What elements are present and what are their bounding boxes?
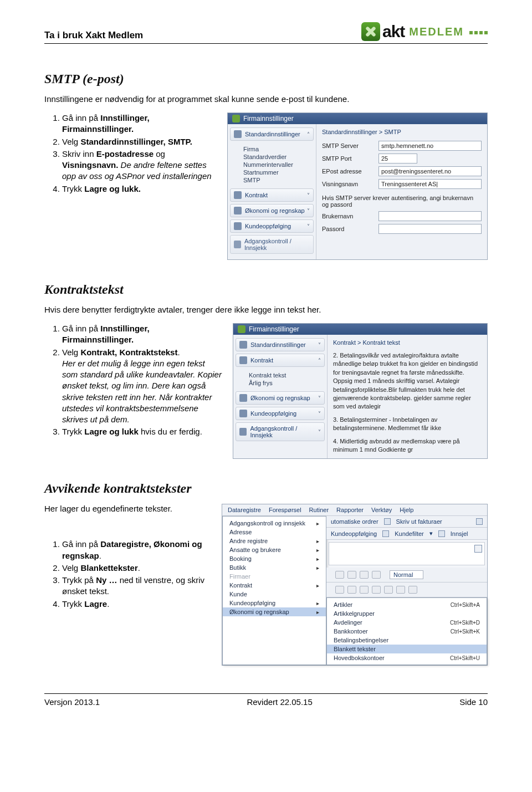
nav-kontrakt-tekst[interactable]: Kontrakt tekst (249, 371, 319, 379)
screenshot-menu: Dataregistre Forespørsel Rutiner Rapport… (222, 504, 488, 666)
mi-andre-registre[interactable]: Andre registre▸ (223, 536, 326, 545)
settings-nav: Standardinnstillinger ˄ Firma Standardve… (228, 124, 316, 259)
style-combo[interactable]: Normal (390, 570, 423, 579)
tb-innsjel[interactable]: Innsjel (451, 530, 468, 537)
print-icon (384, 518, 391, 525)
step-1: Gå inn på Dataregistre, Økonomi og regns… (62, 539, 211, 561)
mi-okonomi[interactable]: Økonomi og regnskap▸ (223, 607, 326, 616)
checkbox[interactable] (474, 545, 482, 553)
smi-artikler[interactable]: ArtiklerCtrl+Skift+A (327, 600, 487, 609)
filter-icon (382, 530, 389, 537)
mi-ansatte[interactable]: Ansatte og brukere▸ (223, 545, 326, 554)
mi-adgangskontroll[interactable]: Adgangskontroll og innsjekk▸ (223, 519, 326, 528)
contract-icon (234, 191, 242, 199)
step-1: Gå inn på Innstillinger, Firmainnstillin… (62, 323, 222, 346)
label-smtp-server: SMTP Server (322, 142, 373, 149)
logo-dots-icon (469, 31, 488, 34)
mi-booking[interactable]: Booking▸ (223, 554, 326, 563)
brand-logo: akt MEDLEM (361, 22, 488, 41)
field-epost[interactable]: post@treningssenteret.no (378, 166, 482, 176)
smi-hovedbokskontoer[interactable]: HovedbokskontoerCtrl+Skift+U (327, 653, 487, 662)
menu-dataregistre[interactable]: Dataregistre (228, 507, 261, 513)
step-2-desc: Her er det mulig å legge inn egen tekst … (62, 359, 222, 424)
tb-skriv-fakturaer[interactable]: Skriv ut fakturaer (396, 518, 442, 525)
chevron-up-icon: ˄ (318, 357, 321, 364)
mi-kundeoppfolging[interactable]: Kundeoppfølging▸ (223, 599, 326, 607)
nav-arlig-frys[interactable]: Årlig frys (249, 379, 319, 387)
step-3: Trykk på Ny … ned til venstre, og skriv … (62, 575, 211, 597)
submenu-okonomi: ArtiklerCtrl+Skift+A Artikkelgrupper Avd… (326, 597, 487, 665)
mi-adresse[interactable]: Adresse (223, 528, 326, 536)
economy-icon (239, 394, 247, 402)
chevron-down-icon: ˅ (318, 395, 321, 401)
menu-rutiner[interactable]: Rutiner (309, 507, 329, 513)
field-brukernavn[interactable] (378, 211, 482, 221)
label-smtp-port: SMTP Port (322, 155, 373, 162)
field-passord[interactable] (378, 224, 482, 234)
nav-okonomi[interactable]: Økonomi og regnskap ˅ (230, 204, 314, 217)
format-toolbar-2 (326, 582, 487, 597)
window-title: Firmainnstillinger (228, 113, 487, 124)
intro-avvikende: Her lager du egendefinerte tekster. (44, 504, 211, 513)
tb-auto-ordrer[interactable]: utomatiske ordrer (331, 518, 378, 525)
row-visningsnavn: Visningsnavn Treningssenteret AS| (322, 179, 482, 189)
tb-icons-2 (335, 586, 417, 594)
nav-kundeoppfolging[interactable]: Kundeoppfølging ˅ (236, 407, 325, 420)
step-2: Velg Standardinnstillinger, SMTP. (62, 136, 216, 147)
menu-hjelp[interactable]: Hjelp (400, 507, 413, 513)
field-smtp-port[interactable]: 25 (378, 154, 417, 163)
auth-note: Hvis SMTP server krever autentisering, a… (322, 195, 482, 208)
nav-adgangskontroll[interactable]: Adgangskontroll / Innsjekk ˅ (236, 422, 325, 441)
smi-artikkelgrupper[interactable]: Artikkelgrupper (327, 609, 487, 618)
menu-verktoy[interactable]: Verktøy (371, 507, 392, 513)
mi-kontrakt[interactable]: Kontrakt▸ (223, 581, 326, 590)
nav-firma[interactable]: Firma (243, 145, 308, 153)
smi-blankett-tekster[interactable]: Blankett tekster (327, 645, 487, 653)
field-visningsnavn[interactable]: Treningssenteret AS| (378, 179, 482, 189)
label-visningsnavn: Visningsnavn (322, 181, 373, 187)
customer-icon (239, 410, 247, 417)
contract-body-4: 4. Midlertidig avbrudd av medlemskap vær… (333, 437, 482, 454)
heading-smtp: SMTP (e-post) (44, 71, 488, 86)
nav-kontrakt[interactable]: Kontrakt ˅ (230, 188, 314, 202)
footer-revised: Revidert 22.05.15 (247, 697, 312, 707)
app-icon (232, 115, 240, 122)
heading-avvikende: Avvikende kontraktstekster (44, 481, 488, 496)
mi-butikk[interactable]: Butikk▸ (223, 563, 326, 572)
window-title-text: Firmainnstillinger (249, 325, 299, 333)
nav-kontrakt[interactable]: Kontrakt ˄ (236, 354, 325, 367)
smi-avdelinger[interactable]: AvdelingerCtrl+Skift+D (327, 618, 487, 627)
access-icon (239, 428, 247, 436)
nav-startnummer[interactable]: Startnummer (243, 168, 308, 176)
menu-rapporter[interactable]: Rapporter (336, 507, 364, 513)
tb-icons-1 (335, 571, 381, 579)
intro-smtp: Innstillingene er nødvendig for at progr… (44, 94, 488, 104)
nav-standardinnstillinger[interactable]: Standardinnstillinger ˄ (230, 127, 314, 141)
doc-title: Ta i bruk Xakt Medlem (44, 30, 143, 41)
heading-kontraktstekst: Kontraktstekst (44, 282, 488, 297)
contract-icon (239, 356, 247, 364)
field-smtp-server[interactable]: smtp.hemnenett.no (378, 141, 482, 151)
smi-bankkontoer[interactable]: BankkontoerCtrl+Skift+K (327, 627, 487, 636)
chevron-down-icon: ˅ (318, 342, 321, 348)
nav-adgangskontroll[interactable]: Adgangskontroll / Innsjekk (230, 235, 314, 254)
smi-betalingsbetingelser[interactable]: Betalingsbetingelser (327, 636, 487, 645)
doc-icon (239, 341, 247, 349)
logo-text: akt (382, 22, 405, 41)
tb-kundeoppfolging[interactable]: Kundeoppfølging (331, 530, 377, 537)
menu-foresporsel[interactable]: Forespørsel (269, 507, 301, 513)
mi-kunde[interactable]: Kunde (223, 590, 326, 599)
nav-kundeoppfolging[interactable]: Kundeoppfølging ˅ (230, 219, 314, 233)
screenshot-smtp: Firmainnstillinger Standardinnstillinger… (227, 113, 488, 260)
nav-standardverdier[interactable]: Standardverdier (243, 153, 308, 161)
nav-smtp[interactable]: SMTP (243, 176, 308, 184)
nav-standardinnstillinger[interactable]: Standardinnstillinger ˅ (236, 338, 325, 351)
chevron-down-icon: ˅ (307, 208, 310, 214)
nav-okonomi[interactable]: Økonomi og regnskap ˅ (236, 391, 325, 405)
tb-kundefilter[interactable]: Kundefilter (395, 530, 424, 537)
info-icon[interactable] (476, 518, 483, 525)
steps-avvikende: Gå inn på Dataregistre, Økonomi og regns… (44, 539, 211, 610)
steps-kontraktstekst: Gå inn på Innstillinger, Firmainnstillin… (44, 323, 222, 438)
nav-nummerintervaller[interactable]: Nummerintervaller (243, 161, 308, 168)
footer-page: Side 10 (459, 697, 488, 707)
